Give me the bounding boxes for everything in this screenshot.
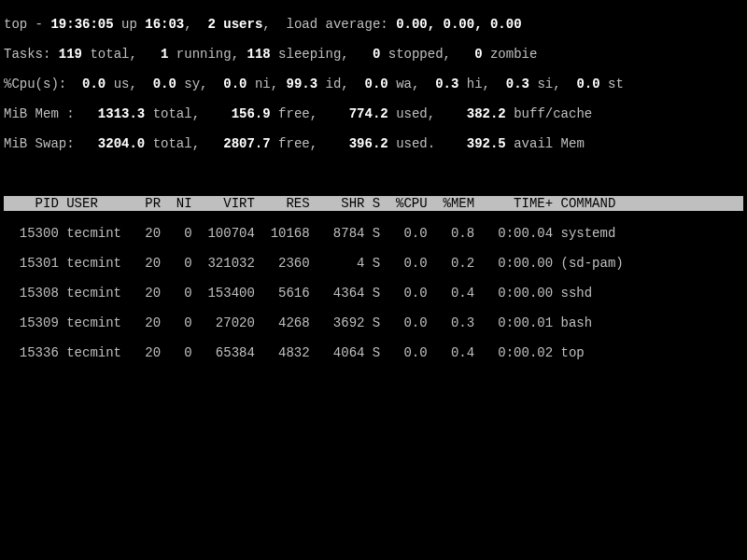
- process-row[interactable]: 15336 tecmint 20 0 65384 4832 4064 S 0.0…: [4, 345, 743, 360]
- summary-line-cpu: %Cpu(s): 0.0 us, 0.0 sy, 0.0 ni, 99.3 id…: [4, 77, 743, 91]
- summary-line-mem: MiB Mem : 1313.3 total, 156.9 free, 774.…: [4, 106, 743, 121]
- blank-line: [4, 166, 743, 181]
- process-row[interactable]: 15300 tecmint 20 0 100704 10168 8784 S 0…: [4, 226, 743, 241]
- process-row[interactable]: 15308 tecmint 20 0 153400 5616 4364 S 0.…: [4, 286, 743, 301]
- summary-line-uptime: top - 19:36:05 up 16:03, 2 users, load a…: [4, 17, 743, 32]
- process-row[interactable]: 15301 tecmint 20 0 321032 2360 4 S 0.0 0…: [4, 256, 743, 271]
- process-table-header[interactable]: PID USER PR NI VIRT RES SHR S %CPU %MEM …: [4, 196, 743, 211]
- summary-line-swap: MiB Swap: 3204.0 total, 2807.7 free, 396…: [4, 136, 743, 151]
- summary-line-tasks: Tasks: 119 total, 1 running, 118 sleepin…: [4, 47, 743, 62]
- terminal-screen[interactable]: top - 19:36:05 up 16:03, 2 users, load a…: [0, 0, 747, 377]
- process-row[interactable]: 15309 tecmint 20 0 27020 4268 3692 S 0.0…: [4, 315, 743, 330]
